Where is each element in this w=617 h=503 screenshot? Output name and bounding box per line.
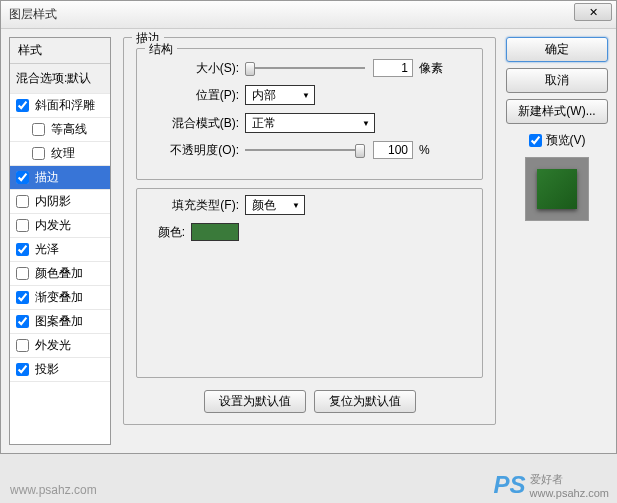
style-item[interactable]: 等高线	[10, 118, 110, 142]
filltype-label: 填充类型(F):	[149, 197, 239, 214]
style-item[interactable]: 斜面和浮雕	[10, 94, 110, 118]
style-item-label: 光泽	[35, 241, 59, 258]
size-row: 大小(S): 像素	[149, 59, 470, 77]
close-icon: ✕	[589, 6, 598, 19]
size-slider[interactable]	[245, 60, 365, 76]
style-checkbox[interactable]	[16, 219, 29, 232]
style-checkbox[interactable]	[16, 363, 29, 376]
layer-style-dialog: 图层样式 ✕ 样式 混合选项:默认 斜面和浮雕等高线纹理描边内阴影内发光光泽颜色…	[0, 0, 617, 454]
style-item-label: 渐变叠加	[35, 289, 83, 306]
opacity-unit: %	[419, 143, 430, 157]
preview-toggle: 预览(V)	[506, 132, 608, 149]
fill-fieldset: 填充类型(F): 颜色 颜色:	[136, 188, 483, 378]
style-item[interactable]: 描边	[10, 166, 110, 190]
style-checkbox[interactable]	[32, 123, 45, 136]
actions-panel: 确定 取消 新建样式(W)... 预览(V)	[502, 37, 608, 445]
blend-dropdown[interactable]: 正常	[245, 113, 375, 133]
set-default-button[interactable]: 设置为默认值	[204, 390, 306, 413]
size-unit: 像素	[419, 60, 443, 77]
style-item[interactable]: 纹理	[10, 142, 110, 166]
style-item-label: 颜色叠加	[35, 265, 83, 282]
filltype-dropdown[interactable]: 颜色	[245, 195, 305, 215]
color-row: 颜色:	[149, 223, 470, 241]
style-item[interactable]: 外发光	[10, 334, 110, 358]
blend-label: 混合模式(B):	[149, 115, 239, 132]
new-style-button[interactable]: 新建样式(W)...	[506, 99, 608, 124]
style-checkbox[interactable]	[16, 243, 29, 256]
structure-fieldset: 结构 大小(S): 像素 位置(P): 内部	[136, 48, 483, 180]
cancel-button[interactable]: 取消	[506, 68, 608, 93]
preview-label: 预览(V)	[546, 132, 586, 149]
watermark: PS 爱好者 www.psahz.com	[494, 471, 610, 499]
reset-default-button[interactable]: 复位为默认值	[314, 390, 416, 413]
preview-image	[537, 169, 577, 209]
styles-header: 样式	[10, 38, 110, 64]
position-dropdown[interactable]: 内部	[245, 85, 315, 105]
watermark-logo: PS	[494, 471, 526, 499]
main-panel: 描边 结构 大小(S): 像素 位置(P):	[117, 37, 502, 445]
style-item-label: 内发光	[35, 217, 71, 234]
style-checkbox[interactable]	[16, 339, 29, 352]
dialog-title: 图层样式	[9, 6, 57, 23]
style-item[interactable]: 投影	[10, 358, 110, 382]
stroke-fieldset: 描边 结构 大小(S): 像素 位置(P):	[123, 37, 496, 425]
style-item-label: 内阴影	[35, 193, 71, 210]
style-item-label: 描边	[35, 169, 59, 186]
close-button[interactable]: ✕	[574, 3, 612, 21]
opacity-input[interactable]	[373, 141, 413, 159]
blend-row: 混合模式(B): 正常	[149, 113, 470, 133]
style-checkbox[interactable]	[16, 315, 29, 328]
opacity-slider[interactable]	[245, 142, 365, 158]
style-checkbox[interactable]	[16, 267, 29, 280]
color-label: 颜色:	[149, 224, 185, 241]
style-item[interactable]: 内阴影	[10, 190, 110, 214]
watermark-text: 爱好者 www.psahz.com	[530, 472, 609, 499]
style-checkbox[interactable]	[16, 99, 29, 112]
style-item[interactable]: 内发光	[10, 214, 110, 238]
style-checkbox[interactable]	[16, 291, 29, 304]
position-row: 位置(P): 内部	[149, 85, 470, 105]
titlebar: 图层样式 ✕	[1, 1, 616, 29]
filltype-row: 填充类型(F): 颜色	[149, 195, 470, 215]
style-item-label: 纹理	[51, 145, 75, 162]
structure-title: 结构	[145, 41, 177, 58]
style-item-label: 等高线	[51, 121, 87, 138]
style-checkbox[interactable]	[16, 195, 29, 208]
opacity-row: 不透明度(O): %	[149, 141, 470, 159]
style-checkbox[interactable]	[16, 171, 29, 184]
preview-checkbox[interactable]	[529, 134, 542, 147]
style-item[interactable]: 图案叠加	[10, 310, 110, 334]
dialog-content: 样式 混合选项:默认 斜面和浮雕等高线纹理描边内阴影内发光光泽颜色叠加渐变叠加图…	[1, 29, 616, 453]
style-item-label: 投影	[35, 361, 59, 378]
color-swatch[interactable]	[191, 223, 239, 241]
style-item-label: 斜面和浮雕	[35, 97, 95, 114]
style-item[interactable]: 颜色叠加	[10, 262, 110, 286]
style-item[interactable]: 渐变叠加	[10, 286, 110, 310]
default-buttons: 设置为默认值 复位为默认值	[136, 390, 483, 413]
opacity-label: 不透明度(O):	[149, 142, 239, 159]
style-checkbox[interactable]	[32, 147, 45, 160]
style-item[interactable]: 光泽	[10, 238, 110, 262]
style-item-label: 图案叠加	[35, 313, 83, 330]
position-label: 位置(P):	[149, 87, 239, 104]
watermark-url: www.psahz.com	[10, 483, 97, 497]
preview-thumbnail	[525, 157, 589, 221]
ok-button[interactable]: 确定	[506, 37, 608, 62]
blend-options-item[interactable]: 混合选项:默认	[10, 64, 110, 94]
styles-panel: 样式 混合选项:默认 斜面和浮雕等高线纹理描边内阴影内发光光泽颜色叠加渐变叠加图…	[9, 37, 111, 445]
style-item-label: 外发光	[35, 337, 71, 354]
size-label: 大小(S):	[149, 60, 239, 77]
size-input[interactable]	[373, 59, 413, 77]
